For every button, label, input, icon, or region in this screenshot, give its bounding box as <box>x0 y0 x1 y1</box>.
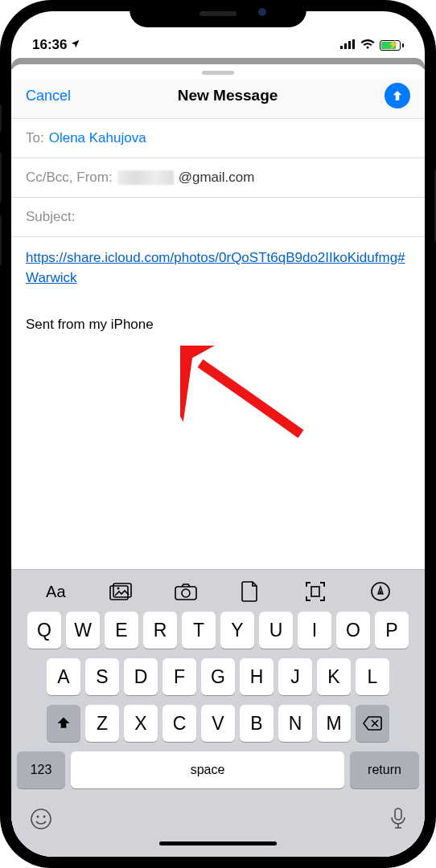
sheet-grabber[interactable] <box>202 71 234 75</box>
keyboard-row-4: 123 space return <box>15 751 421 788</box>
to-label: To: <box>26 130 44 146</box>
numbers-key[interactable]: 123 <box>17 751 65 788</box>
svg-rect-3 <box>352 39 355 49</box>
svg-point-8 <box>182 589 190 597</box>
key-l[interactable]: L <box>356 658 389 695</box>
key-b[interactable]: B <box>240 705 274 742</box>
backspace-icon <box>363 716 382 731</box>
volume-down-button <box>0 215 2 265</box>
key-z[interactable]: Z <box>85 705 119 742</box>
key-w[interactable]: W <box>66 612 100 649</box>
phone-frame: 16:36 ⚡ Cance <box>0 0 436 868</box>
message-body[interactable]: https://share.icloud.com/photos/0rQoSTt6… <box>11 237 425 569</box>
camera-button[interactable] <box>174 581 198 602</box>
attach-document-button[interactable] <box>238 581 262 602</box>
keyboard-row-2: A S D F G H J K L <box>15 658 421 695</box>
to-field[interactable]: To: Olena Kahujova <box>11 119 425 158</box>
key-g[interactable]: G <box>201 658 235 695</box>
return-key[interactable]: return <box>350 751 419 788</box>
svg-point-13 <box>43 816 46 818</box>
key-v[interactable]: V <box>201 705 235 742</box>
cellular-signal-icon <box>340 37 356 53</box>
key-m[interactable]: M <box>317 705 351 742</box>
wifi-icon <box>360 37 375 53</box>
arrow-up-icon <box>390 88 405 103</box>
backspace-key[interactable] <box>356 705 389 742</box>
svg-rect-2 <box>348 41 351 49</box>
key-r[interactable]: R <box>143 612 177 649</box>
email-signature: Sent from my iPhone <box>26 315 410 335</box>
key-s[interactable]: S <box>85 658 119 695</box>
compose-sheet: Cancel New Message To: Olena Kahujova Cc… <box>11 64 425 857</box>
status-time: 16:36 <box>32 37 67 53</box>
send-button[interactable] <box>385 83 410 108</box>
ccbcc-from-field[interactable]: Cc/Bcc, From: @gmail.com <box>11 158 425 198</box>
header-bar: Cancel New Message <box>11 80 425 119</box>
icloud-share-link[interactable]: https://share.icloud.com/photos/0rQoSTt6… <box>26 250 405 285</box>
dictation-button[interactable] <box>390 808 406 833</box>
key-j[interactable]: J <box>278 658 312 695</box>
location-services-icon <box>70 39 80 51</box>
keyboard: Aa <box>11 569 425 857</box>
scan-document-button[interactable] <box>303 581 327 602</box>
screen: 16:36 ⚡ Cance <box>11 11 425 857</box>
svg-point-12 <box>37 816 39 818</box>
page-title: New Message <box>178 87 278 104</box>
key-y[interactable]: Y <box>220 612 254 649</box>
key-n[interactable]: N <box>278 705 312 742</box>
key-e[interactable]: E <box>105 612 138 649</box>
format-text-button[interactable]: Aa <box>43 581 68 602</box>
svg-rect-14 <box>395 809 401 820</box>
key-h[interactable]: H <box>240 658 274 695</box>
space-key[interactable]: space <box>71 751 344 788</box>
keyboard-toolbar: Aa <box>15 576 421 612</box>
cancel-button[interactable]: Cancel <box>26 88 71 104</box>
subject-field[interactable]: Subject: <box>11 198 425 237</box>
keyboard-row-3: Z X C V B N M <box>15 705 421 742</box>
notch <box>130 0 306 27</box>
svg-rect-1 <box>344 43 347 49</box>
key-q[interactable]: Q <box>27 612 61 649</box>
svg-rect-9 <box>311 587 319 596</box>
svg-rect-0 <box>340 46 343 49</box>
key-d[interactable]: D <box>124 658 158 695</box>
emoji-button[interactable] <box>30 808 52 833</box>
key-c[interactable]: C <box>162 705 196 742</box>
from-email-suffix: @gmail.com <box>179 170 255 186</box>
shift-icon <box>56 715 72 731</box>
mute-switch <box>0 104 2 132</box>
key-a[interactable]: A <box>47 658 80 695</box>
key-i[interactable]: I <box>298 612 331 649</box>
battery-icon: ⚡ <box>380 40 404 51</box>
shift-key[interactable] <box>47 705 80 742</box>
keyboard-bottom-bar <box>15 798 421 833</box>
key-u[interactable]: U <box>259 612 293 649</box>
to-recipient[interactable]: Olena Kahujova <box>49 130 146 146</box>
key-o[interactable]: O <box>336 612 370 649</box>
key-k[interactable]: K <box>317 658 351 695</box>
microphone-icon <box>390 808 406 830</box>
svg-point-6 <box>117 588 119 590</box>
svg-point-11 <box>31 809 51 829</box>
ccbcc-from-label: Cc/Bcc, From: <box>26 170 113 186</box>
keyboard-row-1: Q W E R T Y U I O P <box>15 612 421 649</box>
volume-up-button <box>0 153 2 203</box>
emoji-icon <box>30 808 52 830</box>
markup-button[interactable] <box>368 581 393 602</box>
home-indicator[interactable] <box>159 841 277 845</box>
key-x[interactable]: X <box>124 705 158 742</box>
key-f[interactable]: F <box>162 658 196 695</box>
key-p[interactable]: P <box>375 612 409 649</box>
subject-label: Subject: <box>26 209 75 225</box>
key-t[interactable]: T <box>182 612 216 649</box>
redacted-email-prefix <box>117 170 174 185</box>
photo-library-button[interactable] <box>109 581 133 602</box>
